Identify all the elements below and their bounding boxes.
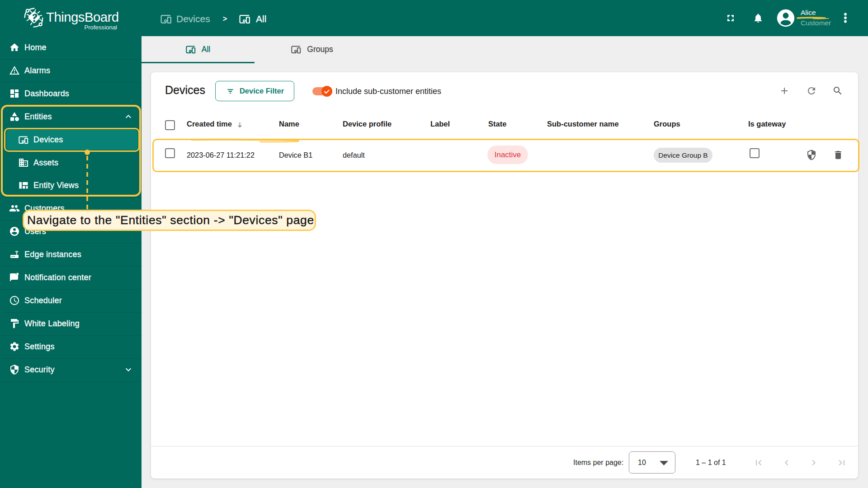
svg-text:ThingsBoard: ThingsBoard xyxy=(46,9,119,24)
svg-text:Professional: Professional xyxy=(84,24,117,31)
